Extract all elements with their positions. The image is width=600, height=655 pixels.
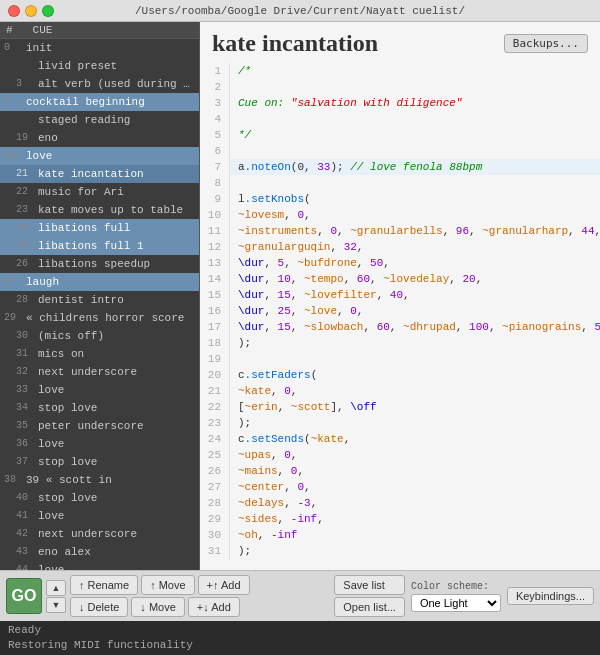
save-open-group: Save list Open list... — [334, 575, 405, 617]
line-code[interactable]: ~delays, -3, — [230, 495, 317, 511]
line-code[interactable]: /* — [230, 63, 251, 79]
table-row: 27~center, 0, — [200, 479, 600, 495]
list-item[interactable]: 3alt verb (used during libby sect — [0, 75, 199, 93]
table-row: 16\dur, 25, ~love, 0, — [200, 303, 600, 319]
minimize-button[interactable] — [25, 5, 37, 17]
list-item[interactable]: 43eno alex — [0, 543, 199, 561]
line-code[interactable]: \dur, 15, ~slowbach, 60, ~dhrupad, 100, … — [230, 319, 600, 335]
list-item[interactable]: 21kate incantation — [0, 165, 199, 183]
list-item[interactable]: 29« childrens horror score — [0, 309, 199, 327]
delete-button[interactable]: ↓ Delete — [70, 597, 128, 617]
line-number: 25 — [200, 447, 230, 463]
line-code[interactable]: ~lovesm, 0, — [230, 207, 311, 223]
open-list-button[interactable]: Open list... — [334, 597, 405, 617]
color-scheme-select[interactable]: One Light One Dark Solarized — [411, 594, 501, 612]
line-code[interactable]: ~sides, -inf, — [230, 511, 324, 527]
list-item[interactable]: 25libations full 1 — [0, 237, 199, 255]
list-item[interactable]: 3839 « scott in — [0, 471, 199, 489]
list-item[interactable]: staged reading — [0, 111, 199, 129]
list-item[interactable]: 6cocktail beginning — [0, 93, 199, 111]
line-code[interactable] — [230, 143, 245, 159]
cue-number: 34 — [16, 400, 38, 416]
list-item[interactable]: 33love — [0, 381, 199, 399]
list-item[interactable]: 22music for Ari — [0, 183, 199, 201]
line-code[interactable] — [230, 79, 245, 95]
move-down-button[interactable]: ↓ Move — [131, 597, 184, 617]
line-code[interactable]: ~instruments, 0, ~granularbells, 96, ~gr… — [230, 223, 600, 239]
table-row: 4 — [200, 111, 600, 127]
line-code[interactable]: \dur, 10, ~tempo, 60, ~lovedelay, 20, — [230, 271, 482, 287]
code-editor[interactable]: 1/*2 3Cue on: "salvation with diligence"… — [200, 63, 600, 570]
list-item[interactable]: 24libations full — [0, 219, 199, 237]
line-number: 6 — [200, 143, 230, 159]
line-code[interactable] — [230, 175, 245, 191]
move-up-button[interactable]: ↑ Move — [141, 575, 194, 595]
list-item[interactable]: 19eno — [0, 129, 199, 147]
rename-button[interactable]: ↑ Rename — [70, 575, 138, 595]
table-row: 20c.setFaders( — [200, 367, 600, 383]
line-code[interactable]: a.noteOn(0, 33); // love fenola 88bpm — [230, 159, 482, 175]
list-item[interactable]: 40stop love — [0, 489, 199, 507]
line-code[interactable]: Cue on: "salvation with diligence" — [230, 95, 462, 111]
list-item[interactable]: 23kate moves up to table — [0, 201, 199, 219]
line-code[interactable]: ); — [230, 543, 251, 559]
line-code[interactable]: [~erin, ~scott], \off — [230, 399, 377, 415]
line-code[interactable]: ~kate, 0, — [230, 383, 297, 399]
list-item[interactable]: 28dentist intro — [0, 291, 199, 309]
cue-label: laugh — [26, 274, 59, 290]
line-code[interactable]: c.setSends(~kate, — [230, 431, 350, 447]
line-code[interactable] — [230, 351, 245, 367]
list-item[interactable]: 27laugh — [0, 273, 199, 291]
cue-number: 27 — [4, 274, 26, 290]
line-code[interactable]: \dur, 25, ~love, 0, — [230, 303, 363, 319]
line-code[interactable]: */ — [230, 127, 251, 143]
backups-button[interactable]: Backups... — [504, 34, 588, 53]
line-code[interactable]: ~granularguqin, 32, — [230, 239, 363, 255]
line-code[interactable]: \dur, 15, ~lovefilter, 40, — [230, 287, 410, 303]
cue-label: staged reading — [38, 112, 130, 128]
color-scheme-group: Color scheme: One Light One Dark Solariz… — [411, 581, 501, 612]
line-number: 2 — [200, 79, 230, 95]
list-item[interactable]: 26libations speedup — [0, 255, 199, 273]
list-item[interactable]: 32next underscore — [0, 363, 199, 381]
list-item[interactable]: 0init — [0, 39, 199, 57]
line-code[interactable]: ~oh, -inf — [230, 527, 297, 543]
line-code[interactable]: ~mains, 0, — [230, 463, 304, 479]
list-item[interactable]: 35peter underscore — [0, 417, 199, 435]
up-arrow-button[interactable]: ▲ — [46, 580, 66, 596]
line-code[interactable]: ~upas, 0, — [230, 447, 297, 463]
line-number: 15 — [200, 287, 230, 303]
line-number: 14 — [200, 271, 230, 287]
list-item[interactable]: 30(mics off) — [0, 327, 199, 345]
close-button[interactable] — [8, 5, 20, 17]
maximize-button[interactable] — [42, 5, 54, 17]
line-code[interactable]: ~center, 0, — [230, 479, 311, 495]
sidebar: # CUE 0initlivid preset3alt verb (used d… — [0, 22, 200, 570]
list-item[interactable]: 20love — [0, 147, 199, 165]
list-item[interactable]: livid preset — [0, 57, 199, 75]
list-item[interactable]: 37stop love — [0, 453, 199, 471]
line-code[interactable]: ); — [230, 335, 251, 351]
go-button[interactable]: GO — [6, 578, 42, 614]
add-bottom-button[interactable]: +↓ Add — [188, 597, 240, 617]
list-item[interactable]: 31mics on — [0, 345, 199, 363]
line-code[interactable]: ); — [230, 415, 251, 431]
cue-list[interactable]: 0initlivid preset3alt verb (used during … — [0, 39, 199, 570]
line-code[interactable]: c.setFaders( — [230, 367, 317, 383]
cue-label: kate moves up to table — [38, 202, 183, 218]
list-item[interactable]: 34stop love — [0, 399, 199, 417]
cue-label: eno — [38, 130, 58, 146]
keybindings-button[interactable]: Keybindings... — [507, 587, 594, 605]
list-item[interactable]: 42next underscore — [0, 525, 199, 543]
list-item[interactable]: 41love — [0, 507, 199, 525]
line-code[interactable]: \dur, 5, ~bufdrone, 50, — [230, 255, 390, 271]
list-item[interactable]: 36love — [0, 435, 199, 453]
line-code[interactable] — [230, 111, 245, 127]
line-code[interactable]: l.setKnobs( — [230, 191, 311, 207]
cue-label: stop love — [38, 490, 97, 506]
list-item[interactable]: 44love — [0, 561, 199, 570]
down-arrow-button[interactable]: ▼ — [46, 597, 66, 613]
save-list-button[interactable]: Save list — [334, 575, 405, 595]
cue-number: 19 — [16, 130, 38, 146]
add-top-button[interactable]: +↑ Add — [198, 575, 250, 595]
